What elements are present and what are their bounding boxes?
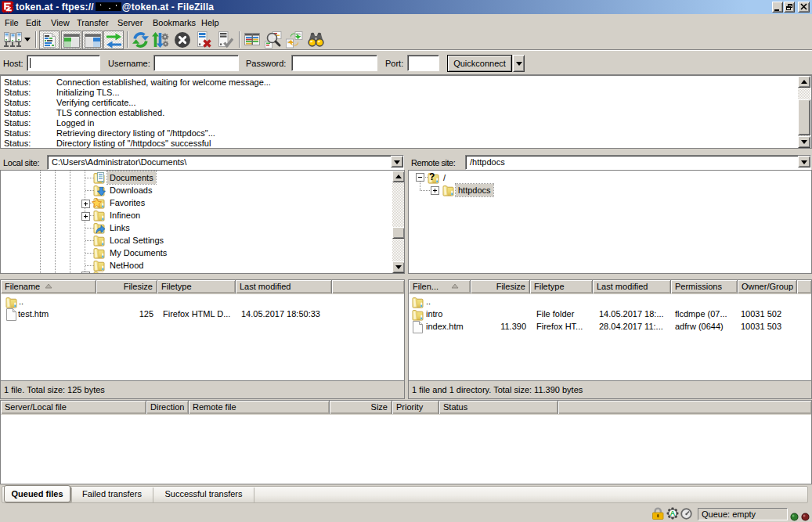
svg-text:A: A [670, 509, 676, 517]
